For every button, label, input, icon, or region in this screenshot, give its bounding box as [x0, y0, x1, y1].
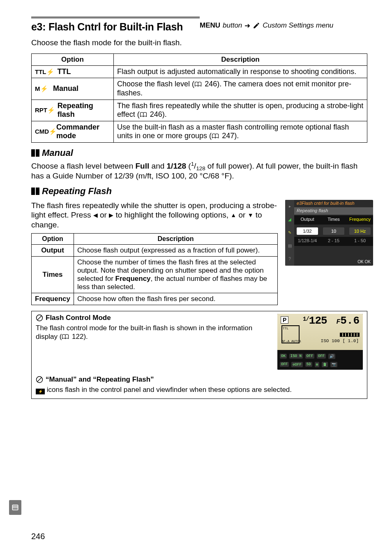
side-tab-icon: ✎: [285, 226, 294, 239]
table-row: Frequency Choose how often the flash fir…: [32, 293, 278, 305]
mode-icon: M⚡: [35, 85, 50, 93]
menu-ok: OK OK: [357, 259, 371, 264]
mode-desc: The flash fires repeatedly while the shu…: [114, 100, 367, 121]
mode-desc: Choose the flash level ( 246). The camer…: [114, 78, 367, 100]
camera-menu-screenshot: ▸ ◢ ✎ ▤ ? e3Flash cntrl for built-in fla…: [285, 200, 373, 266]
table-row: Times Choose the number of times the fla…: [32, 256, 278, 293]
table-row: Output Choose flash output (expressed as…: [32, 244, 278, 256]
flash-warning-icon: ⚡: [36, 389, 45, 394]
table-row: M⚡ Manual Choose the flash level ( 246).…: [32, 78, 367, 100]
flash-mode-table: Option Description TTL⚡ TTL Flash output…: [31, 53, 367, 143]
mode-icon: RPT⚡: [35, 107, 54, 114]
opt-desc: Choose flash output (expressed as a frac…: [74, 244, 277, 256]
opt-desc: Choose the number of times the flash fir…: [74, 256, 277, 293]
menu-button-word: button: [223, 21, 242, 30]
mode-desc: Flash output is adjusted automatically i…: [114, 65, 367, 78]
note-heading: Flash Control Mode: [46, 314, 111, 322]
manual-heading: Manual: [42, 148, 73, 158]
opt-desc: Choose how often the flash fires per sec…: [74, 293, 277, 305]
lcd-mode: P: [281, 316, 288, 324]
table-row: TTL⚡ TTL Flash output is adjusted automa…: [32, 65, 367, 78]
opt-name: Output: [32, 244, 74, 256]
menu-col: Times: [321, 215, 347, 225]
mode-label: Manual: [53, 84, 78, 93]
mode-desc: Use the built-in flash as a master flash…: [114, 121, 367, 142]
opt-name: Times: [32, 256, 74, 293]
col-desc: Description: [74, 233, 277, 244]
book-icon: [194, 81, 202, 87]
lcd-iso-row: AF-A AUTO1 ISO 100 [ 1.0]: [281, 338, 359, 343]
note-heading: “Manual” and “Repeating Flash”: [46, 375, 154, 384]
note-text: ⚡ icons flash in the control panel and v…: [36, 385, 363, 394]
side-tab-icon: [9, 500, 21, 515]
manual-text: Choose a flash level between Full and 1/…: [31, 161, 367, 181]
repeating-heading: Repeating Flash: [42, 186, 112, 197]
section-title-right: MENU button ➜ Custom Settings menu: [200, 16, 367, 33]
right-arrow-icon: ▶: [109, 212, 113, 219]
page-number: 246: [31, 532, 45, 541]
note-icon: [36, 314, 43, 322]
custom-settings-label: Custom Settings menu: [263, 21, 333, 30]
opt-name: Frequency: [32, 293, 74, 305]
lcd-info-row: OKISO NOFFOFF🔊: [280, 354, 360, 359]
col-option: Option: [32, 53, 114, 65]
repeating-options-table: Option Description Output Choose flash o…: [31, 233, 278, 305]
mode-label: Repeating flash: [58, 102, 110, 119]
menu-range: 1 - 50: [347, 237, 373, 246]
intro-text: Choose the flash mode for the built-in f…: [31, 38, 367, 48]
mode-icon: CMD⚡: [35, 128, 53, 135]
menu-title: e3Flash cntrl for built-in flash: [294, 200, 373, 207]
menu-subtitle: Repeating flash: [294, 207, 373, 215]
menu-value: 1/32: [297, 227, 318, 235]
down-arrow-icon: ▼: [248, 212, 254, 219]
menu-range: 1/128-1/4: [294, 237, 321, 246]
note-text: The flash control mode for the built-in …: [36, 324, 270, 341]
side-tab-icon: ?: [285, 253, 294, 266]
breadcrumb: MENU button ➜ Custom Settings menu: [200, 21, 333, 30]
side-tab-icon: ▸: [285, 200, 294, 213]
menu-label: MENU: [200, 21, 220, 30]
subhead-marker-icon: [31, 188, 39, 195]
note-icon: [36, 376, 43, 383]
svg-line-3: [37, 378, 42, 382]
pencil-icon: [253, 22, 260, 29]
menu-col: Frequency: [347, 215, 373, 225]
menu-value: 10: [323, 227, 344, 235]
lcd-aperture: F5.6: [337, 315, 360, 327]
info-display-screenshot: P 1/125 F5.6 TTL AF-A AUTO1 ISO 100 [ 1.…: [277, 314, 363, 370]
book-icon: [212, 133, 219, 139]
section-title: e3: Flash Cntrl for Built-in Flash: [31, 21, 200, 33]
repeating-subhead: Repeating Flash: [31, 186, 367, 197]
table-row: RPT⚡ Repeating flash The flash fires rep…: [32, 100, 367, 121]
mode-label: TTL: [58, 67, 71, 76]
subhead-marker-icon: [31, 149, 39, 157]
menu-value: 10 Hz: [349, 227, 371, 235]
mode-label: Commander mode: [56, 123, 110, 140]
repeating-text: The flash fires repeatedly while the shu…: [31, 201, 278, 230]
menu-range: 2 - 15: [321, 237, 347, 246]
section-title-row: e3: Flash Cntrl for Built-in Flash MENU …: [31, 16, 367, 33]
up-arrow-icon: ▲: [231, 212, 236, 219]
section-title-left: e3: Flash Cntrl for Built-in Flash: [31, 16, 200, 33]
note-box: Flash Control Mode The flash control mod…: [31, 311, 367, 399]
lcd-shutter: 1/125: [303, 315, 327, 327]
book-icon: [62, 334, 69, 340]
menu-col: Output: [294, 215, 321, 225]
side-tab-icon: ▤: [285, 239, 294, 253]
col-desc: Description: [114, 53, 367, 65]
side-tab-icon: ◢: [285, 213, 294, 226]
manual-subhead: Manual: [31, 148, 367, 158]
book-icon: [140, 112, 147, 118]
lcd-info-row: OFF⊘OFFSD⊞🗑📷: [280, 362, 360, 367]
svg-line-1: [37, 316, 42, 320]
arrow-icon: ➜: [244, 21, 250, 30]
table-row: CMD⚡ Commander mode Use the built-in fla…: [32, 121, 367, 142]
left-arrow-icon: ◀: [93, 212, 98, 219]
lcd-battery-icon: [340, 333, 360, 337]
col-option: Option: [32, 233, 74, 244]
mode-icon: TTL⚡: [35, 68, 54, 76]
